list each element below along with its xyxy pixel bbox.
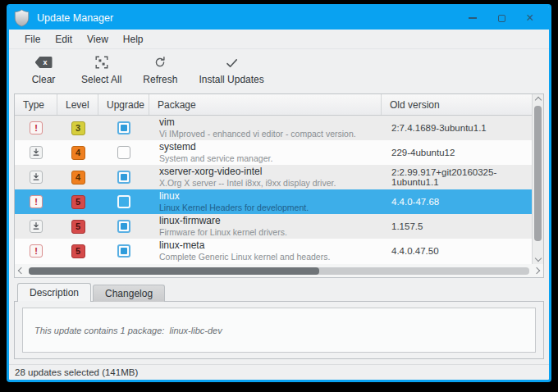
select-all-corners-icon bbox=[95, 55, 108, 70]
table-row[interactable]: ! 4 systemd System and service manager. … bbox=[15, 140, 532, 165]
description-box: This update contains 1 package: linux-li… bbox=[22, 308, 536, 353]
close-icon[interactable]: × bbox=[523, 11, 537, 25]
select-all-button[interactable]: Select All bbox=[76, 55, 126, 85]
maximize-icon[interactable] bbox=[494, 11, 509, 25]
scroll-left-icon[interactable] bbox=[18, 267, 25, 274]
old-version: 1.157.5 bbox=[391, 221, 423, 231]
package-name: vim bbox=[159, 117, 175, 129]
table-header: Type Level Upgrade Package Old version bbox=[15, 94, 532, 116]
select-all-label: Select All bbox=[81, 74, 121, 85]
table-row[interactable]: ! 5 linux-firmware Firmware for Linux ke… bbox=[15, 214, 532, 239]
upgrade-checkbox[interactable] bbox=[117, 220, 130, 233]
old-version: 2:7.4.1689-3ubuntu1.1 bbox=[391, 123, 487, 133]
toolbar: x Clear Select All bbox=[9, 49, 549, 90]
checkmark-icon bbox=[225, 55, 239, 70]
table-row[interactable]: ! 3 vim Vi IMproved - enhanced vi editor… bbox=[15, 116, 532, 140]
menu-edit[interactable]: Edit bbox=[48, 30, 80, 49]
old-version: 2:2.99.917+git20160325-1ubuntu1.1 bbox=[391, 167, 532, 187]
update-type-icon: ! bbox=[30, 220, 43, 233]
package-description: Vi IMproved - enhanced vi editor - compa… bbox=[159, 129, 356, 139]
horizontal-scrollbar[interactable] bbox=[15, 264, 543, 277]
package-description: Linux Kernel Headers for development. bbox=[159, 203, 309, 212]
table-row[interactable]: ! 5 linux-meta Complete Generic Linux ke… bbox=[15, 239, 532, 263]
level-badge: 5 bbox=[71, 195, 85, 209]
scroll-right-icon[interactable] bbox=[533, 267, 540, 274]
menu-file[interactable]: File bbox=[17, 30, 48, 49]
update-type-icon: ! bbox=[30, 171, 43, 184]
clear-button[interactable]: x Clear bbox=[22, 55, 65, 85]
upgrade-checkbox[interactable] bbox=[117, 121, 130, 134]
package-description: Firmware for Linux kernel drivers. bbox=[159, 227, 287, 237]
install-updates-button[interactable]: Install Updates bbox=[194, 55, 268, 85]
status-text: 28 updates selected (141MB) bbox=[15, 367, 138, 377]
clear-backspace-icon: x bbox=[35, 55, 53, 70]
titlebar: Update Manager × bbox=[9, 7, 549, 30]
menu-view[interactable]: View bbox=[80, 30, 116, 49]
column-header-old-version[interactable]: Old version bbox=[382, 94, 532, 115]
minimize-icon[interactable] bbox=[465, 11, 480, 25]
package-description: System and service manager. bbox=[159, 153, 272, 163]
level-badge: 3 bbox=[71, 121, 85, 135]
description-text: This update contains 1 package: linux-li… bbox=[23, 326, 222, 335]
horizontal-scrollbar-thumb[interactable] bbox=[29, 267, 319, 275]
tab-bar: Description Changelog bbox=[17, 283, 544, 302]
tab-description[interactable]: Description bbox=[17, 283, 91, 302]
refresh-circular-arrow-icon bbox=[153, 55, 167, 70]
window-title: Update Manager bbox=[37, 12, 113, 24]
tab-changelog[interactable]: Changelog bbox=[93, 285, 165, 302]
package-name: linux-meta bbox=[159, 240, 204, 252]
update-type-icon: ! bbox=[30, 195, 43, 208]
column-header-type[interactable]: Type bbox=[15, 94, 57, 115]
package-name: systemd bbox=[159, 142, 196, 153]
upgrade-checkbox[interactable] bbox=[117, 171, 130, 184]
level-badge: 4 bbox=[71, 146, 85, 160]
level-badge: 5 bbox=[71, 244, 85, 258]
package-description: X.Org X server -- Intel i8xx, i9xx displ… bbox=[159, 178, 336, 188]
menu-help[interactable]: Help bbox=[116, 30, 151, 49]
old-version: 4.4.0.47.50 bbox=[391, 246, 439, 256]
upgrade-checkbox[interactable] bbox=[117, 146, 130, 159]
refresh-button[interactable]: Refresh bbox=[138, 55, 182, 85]
refresh-label: Refresh bbox=[143, 74, 177, 85]
menubar: File Edit View Help bbox=[9, 30, 549, 49]
level-badge: 5 bbox=[71, 220, 85, 234]
table-body: ! 3 vim Vi IMproved - enhanced vi editor… bbox=[15, 116, 532, 264]
upgrade-checkbox[interactable] bbox=[117, 244, 130, 258]
shield-icon bbox=[14, 9, 30, 27]
tab-changelog-label: Changelog bbox=[105, 288, 153, 299]
update-manager-window: Update Manager × File Edit View Help x C… bbox=[7, 4, 551, 382]
upgrade-checkbox[interactable] bbox=[117, 195, 130, 208]
scroll-down-icon[interactable] bbox=[534, 255, 541, 262]
update-type-icon: ! bbox=[30, 146, 43, 159]
update-type-icon: ! bbox=[30, 121, 43, 134]
update-type-icon: ! bbox=[30, 244, 43, 258]
package-name: linux-firmware bbox=[159, 216, 221, 227]
package-description: Complete Generic Linux kernel and header… bbox=[159, 252, 330, 262]
updates-table: Type Level Upgrade Package Old version !… bbox=[14, 93, 544, 278]
table-row[interactable]: ! 4 xserver-xorg-video-intel X.Org X ser… bbox=[15, 165, 532, 189]
vertical-scrollbar[interactable] bbox=[532, 94, 543, 264]
old-version: 4.4.0-47.68 bbox=[391, 197, 439, 207]
statusbar: 28 updates selected (141MB) bbox=[9, 364, 549, 380]
old-version: 229-4ubuntu12 bbox=[391, 148, 455, 157]
install-updates-label: Install Updates bbox=[199, 74, 263, 85]
column-header-package[interactable]: Package bbox=[149, 94, 382, 115]
level-badge: 4 bbox=[71, 171, 85, 185]
package-name: linux bbox=[159, 191, 180, 203]
column-header-level[interactable]: Level bbox=[57, 94, 98, 115]
vertical-scrollbar-thumb[interactable] bbox=[534, 106, 542, 241]
tab-description-label: Description bbox=[30, 287, 79, 299]
description-panel: This update contains 1 package: linux-li… bbox=[14, 301, 544, 359]
scroll-up-icon[interactable] bbox=[534, 97, 541, 103]
column-header-upgrade[interactable]: Upgrade bbox=[98, 94, 149, 115]
clear-label: Clear bbox=[32, 74, 56, 85]
package-name: xserver-xorg-video-intel bbox=[159, 166, 262, 178]
table-row[interactable]: ! 5 linux Linux Kernel Headers for devel… bbox=[15, 189, 532, 214]
